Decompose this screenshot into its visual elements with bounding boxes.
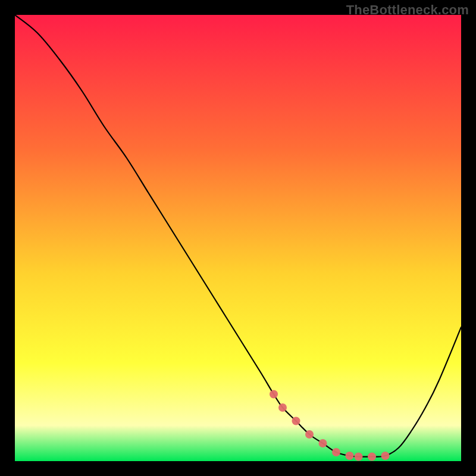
chart-svg [15, 15, 461, 461]
min-marker [355, 453, 363, 461]
min-marker [381, 452, 390, 460]
gradient-background [15, 15, 461, 461]
min-marker [270, 390, 278, 399]
plot-area [15, 15, 461, 461]
min-marker [305, 430, 314, 439]
min-marker [292, 417, 300, 425]
chart-frame: TheBottleneck.com [0, 0, 476, 476]
min-marker [346, 452, 354, 460]
min-marker [332, 448, 340, 456]
min-marker [368, 453, 376, 461]
min-marker [278, 403, 287, 412]
min-marker [319, 439, 327, 447]
watermark-text: TheBottleneck.com [346, 2, 469, 18]
